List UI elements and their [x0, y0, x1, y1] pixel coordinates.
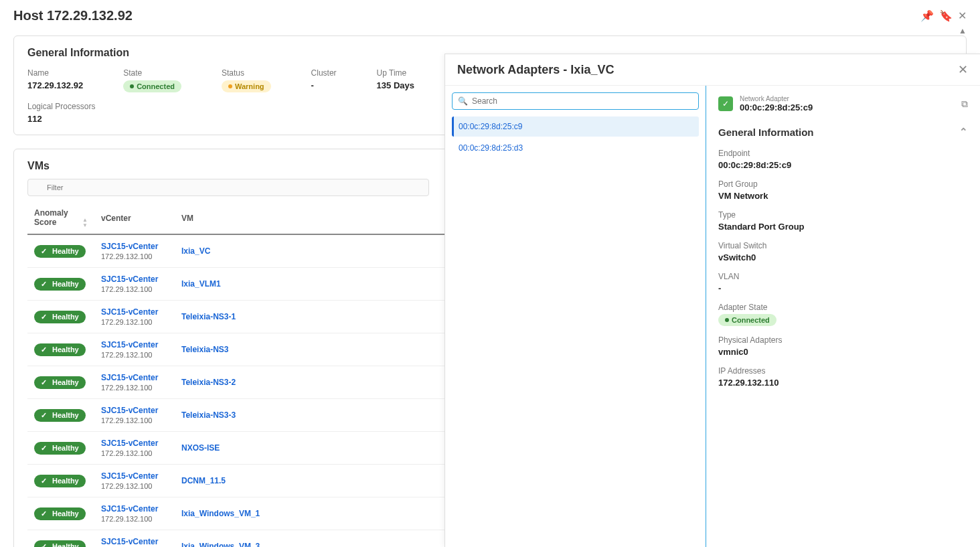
vcenter-ip: 172.29.132.100 — [101, 351, 168, 359]
vcenter-link[interactable]: SJC15-vCenter — [101, 439, 168, 448]
adapter-search-box[interactable]: 🔍 — [452, 92, 699, 110]
adapter-general-toggle[interactable]: General Information ⌃ — [718, 126, 968, 138]
type-value: Standard Port Group — [718, 222, 968, 232]
vcenter-link[interactable]: SJC15-vCenter — [101, 471, 168, 481]
col-anomaly[interactable]: Anomaly Score▲▼ — [27, 203, 94, 234]
health-badge: Healthy — [34, 343, 86, 356]
status-label: Status — [222, 68, 271, 78]
vcenter-link[interactable]: SJC15-vCenter — [101, 373, 168, 382]
vcenter-ip: 172.29.132.100 — [101, 416, 168, 424]
adapter-list-item[interactable]: 00:0c:29:8d:25:d3 — [452, 138, 699, 158]
vlan-value: - — [718, 283, 968, 293]
close-panel-icon[interactable]: ✕ — [958, 62, 968, 77]
ip-value: 172.29.132.110 — [718, 378, 968, 388]
search-icon: 🔍 — [458, 96, 468, 106]
vcenter-ip: 172.29.132.100 — [101, 482, 168, 490]
vm-link[interactable]: Teleixia-NS3-1 — [181, 312, 236, 321]
vcenter-ip: 172.29.132.100 — [101, 252, 168, 260]
adapter-search-input[interactable] — [472, 96, 693, 106]
vcenter-link[interactable]: SJC15-vCenter — [101, 504, 168, 514]
health-badge: Healthy — [34, 507, 86, 520]
status-badge: Warning — [222, 80, 271, 92]
vm-link[interactable]: Ixia_Windows_VM_1 — [181, 509, 260, 518]
vcenter-link[interactable]: SJC15-vCenter — [101, 275, 168, 284]
vcenter-ip: 172.29.132.100 — [101, 449, 168, 457]
close-page-icon[interactable]: ✕ — [958, 9, 967, 22]
adapter-state-badge: Connected — [718, 314, 777, 326]
health-badge: Healthy — [34, 540, 86, 548]
cluster-label: Cluster — [311, 68, 337, 78]
vcenter-ip: 172.29.132.100 — [101, 285, 168, 293]
side-panel-title: Network Adapters - Ixia_VC — [457, 63, 614, 77]
vcenter-link[interactable]: SJC15-vCenter — [101, 537, 168, 546]
vm-link[interactable]: NXOS-ISE — [181, 443, 220, 453]
health-badge: Healthy — [34, 278, 86, 291]
portgroup-label: Port Group — [718, 179, 968, 189]
vm-link[interactable]: Ixia_VC — [181, 246, 210, 256]
vcenter-link[interactable]: SJC15-vCenter — [101, 340, 168, 349]
health-badge: Healthy — [34, 245, 86, 258]
uptime-label: Up Time — [377, 68, 414, 78]
vm-link[interactable]: Ixia_VLM1 — [181, 279, 221, 289]
adapter-mac-title: 00:0c:29:8d:25:c9 — [740, 102, 813, 112]
type-label: Type — [718, 210, 968, 220]
health-badge: Healthy — [34, 311, 86, 323]
adapter-state-label: Adapter State — [718, 303, 968, 312]
vm-link[interactable]: Teleixia-NS3-2 — [181, 378, 236, 387]
lproc-value: 112 — [27, 114, 95, 124]
bookmark-icon[interactable]: 🔖 — [939, 9, 953, 22]
vm-link[interactable]: Teleixia-NS3 — [181, 345, 228, 354]
ip-label: IP Addresses — [718, 366, 968, 376]
state-badge: Connected — [123, 80, 181, 92]
health-badge: Healthy — [34, 475, 86, 487]
name-label: Name — [27, 68, 83, 78]
vswitch-value: vSwitch0 — [718, 252, 968, 262]
collapse-up-icon[interactable]: ▲ — [0, 26, 980, 35]
adapter-status-icon: ✓ — [718, 96, 733, 111]
pin-icon[interactable]: 📌 — [920, 9, 934, 22]
name-value: 172.29.132.92 — [27, 80, 83, 90]
adapter-phys-value: vmnic0 — [718, 347, 968, 357]
vcenter-ip: 172.29.132.100 — [101, 515, 168, 523]
vm-link[interactable]: Teleixia-NS3-3 — [181, 410, 236, 420]
network-adapters-panel: Network Adapters - Ixia_VC ✕ 🔍 00:0c:29:… — [444, 54, 980, 547]
cluster-value: - — [311, 80, 337, 90]
adapter-badge-label: Network Adapter — [740, 95, 813, 102]
portgroup-value: VM Network — [718, 191, 968, 201]
vcenter-link[interactable]: SJC15-vCenter — [101, 406, 168, 415]
col-vcenter[interactable]: vCenter — [94, 203, 175, 234]
adapter-list-item[interactable]: 00:0c:29:8d:25:c9 — [452, 116, 699, 137]
vcenter-ip: 172.29.132.100 — [101, 318, 168, 326]
vlan-label: VLAN — [718, 272, 968, 281]
vm-link[interactable]: DCNM_11.5 — [181, 476, 226, 485]
vcenter-link[interactable]: SJC15-vCenter — [101, 242, 168, 251]
endpoint-label: Endpoint — [718, 149, 968, 158]
health-badge: Healthy — [34, 376, 86, 389]
page-title: Host 172.29.132.92 — [13, 8, 133, 23]
vcenter-link[interactable]: SJC15-vCenter — [101, 307, 168, 317]
health-badge: Healthy — [34, 409, 86, 422]
adapter-phys-label: Physical Adapters — [718, 335, 968, 345]
health-badge: Healthy — [34, 442, 86, 455]
chevron-up-icon: ⌃ — [959, 126, 968, 138]
uptime-value: 135 Days — [377, 80, 414, 90]
vswitch-label: Virtual Switch — [718, 241, 968, 250]
lproc-label: Logical Processors — [27, 102, 95, 111]
vm-link[interactable]: Ixia_Windows_VM_3 — [181, 542, 260, 547]
vms-filter-input[interactable] — [27, 179, 429, 196]
state-label: State — [123, 68, 181, 78]
endpoint-value: 00:0c:29:8d:25:c9 — [718, 160, 968, 170]
vcenter-ip: 172.29.132.100 — [101, 384, 168, 392]
popout-icon[interactable]: ⧉ — [961, 98, 968, 110]
